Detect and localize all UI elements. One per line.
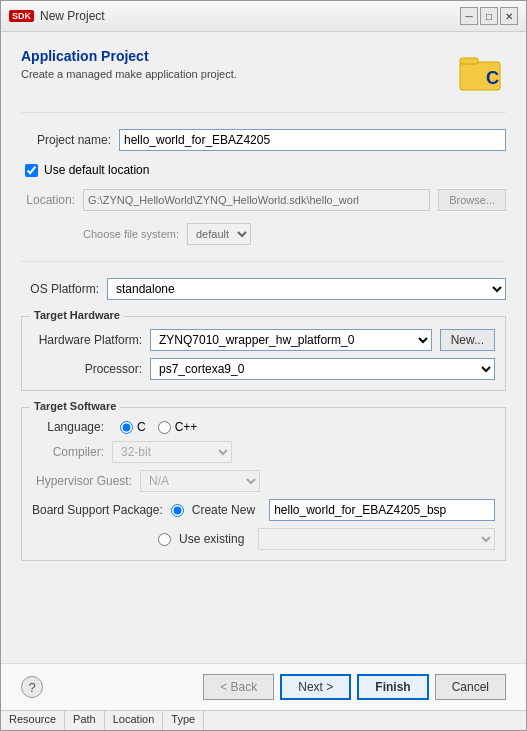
target-hardware-group: Target Hardware Hardware Platform: ZYNQ7…: [21, 316, 506, 391]
sdk-badge: SDK: [9, 10, 34, 22]
bsp-radio-group: [171, 504, 184, 517]
compiler-label: Compiler:: [32, 445, 104, 459]
processor-row: Processor: ps7_cortexa9_0: [32, 358, 495, 380]
hypervisor-row: Hypervisor Guest: N/A: [32, 470, 495, 492]
language-cpp-option[interactable]: C++: [158, 420, 198, 434]
title-bar-left: SDK New Project: [9, 9, 105, 23]
project-name-row: Project name:: [21, 129, 506, 151]
help-button[interactable]: ?: [21, 676, 43, 698]
target-hardware-label: Target Hardware: [30, 309, 124, 321]
language-radio-group: C C++: [120, 420, 197, 434]
separator-1: [21, 112, 506, 113]
cancel-button[interactable]: Cancel: [435, 674, 506, 700]
bsp-row: Board Support Package: Create New: [32, 499, 495, 521]
status-resource: Resource: [1, 711, 65, 730]
compiler-row: Compiler: 32-bit: [32, 441, 495, 463]
filesystem-row: Choose file system: default: [83, 223, 506, 245]
bsp-existing-select: [258, 528, 495, 550]
language-cpp-label: C++: [175, 420, 198, 434]
use-default-location-row: Use default location: [25, 163, 506, 177]
window-title: New Project: [40, 9, 105, 23]
separator-2: [21, 261, 506, 262]
location-row: Location: Browse...: [21, 189, 506, 211]
bsp-create-new-label: Create New: [192, 503, 255, 517]
dialog-subtitle: Create a managed make application projec…: [21, 68, 237, 80]
language-c-label: C: [137, 420, 146, 434]
hypervisor-select: N/A: [140, 470, 260, 492]
nav-buttons: < Back Next > Finish Cancel: [203, 674, 506, 700]
hypervisor-label: Hypervisor Guest:: [32, 474, 132, 488]
finish-button[interactable]: Finish: [357, 674, 428, 700]
header-text: Application Project Create a managed mak…: [21, 48, 237, 80]
bsp-existing-row: Use existing: [158, 528, 495, 550]
bsp-use-existing-label: Use existing: [179, 532, 244, 546]
status-path: Path: [65, 711, 105, 730]
os-platform-select[interactable]: standalone: [107, 278, 506, 300]
back-button[interactable]: < Back: [203, 674, 274, 700]
bsp-create-new-radio[interactable]: [171, 504, 184, 517]
use-default-location-label: Use default location: [44, 163, 149, 177]
hardware-platform-row: Hardware Platform: ZYNQ7010_wrapper_hw_p…: [32, 329, 495, 351]
status-type: Type: [163, 711, 204, 730]
browse-button[interactable]: Browse...: [438, 189, 506, 211]
status-bar: Resource Path Location Type: [1, 710, 526, 730]
target-software-label: Target Software: [30, 400, 120, 412]
bsp-use-existing-radio[interactable]: [158, 533, 171, 546]
language-c-option[interactable]: C: [120, 420, 146, 434]
location-input: [83, 189, 430, 211]
compiler-select: 32-bit: [112, 441, 232, 463]
minimize-button[interactable]: ─: [460, 7, 478, 25]
language-cpp-radio[interactable]: [158, 421, 171, 434]
next-button[interactable]: Next >: [280, 674, 351, 700]
dialog-title: Application Project: [21, 48, 237, 64]
target-hardware-content: Hardware Platform: ZYNQ7010_wrapper_hw_p…: [32, 329, 495, 380]
hardware-platform-select[interactable]: ZYNQ7010_wrapper_hw_platform_0: [150, 329, 432, 351]
target-software-group: Target Software Language: C C++: [21, 407, 506, 561]
processor-select[interactable]: ps7_cortexa9_0: [150, 358, 495, 380]
language-row: Language: C C++: [32, 420, 495, 434]
svg-rect-1: [460, 58, 478, 64]
main-window: SDK New Project ─ □ ✕ Application Projec…: [0, 0, 527, 731]
button-bar: ? < Back Next > Finish Cancel: [1, 663, 526, 710]
bsp-label: Board Support Package:: [32, 503, 163, 517]
language-c-radio[interactable]: [120, 421, 133, 434]
header-section: Application Project Create a managed mak…: [21, 48, 506, 96]
project-name-input[interactable]: [119, 129, 506, 151]
bsp-name-input[interactable]: [269, 499, 495, 521]
processor-label: Processor:: [32, 362, 142, 376]
dialog-content: Application Project Create a managed mak…: [1, 32, 526, 663]
title-bar: SDK New Project ─ □ ✕: [1, 1, 526, 32]
filesystem-select[interactable]: default: [187, 223, 251, 245]
target-software-content: Language: C C++ Compiler:: [32, 420, 495, 550]
filesystem-label: Choose file system:: [83, 228, 179, 240]
os-platform-row: OS Platform: standalone: [21, 278, 506, 300]
hardware-platform-label: Hardware Platform:: [32, 333, 142, 347]
os-platform-label: OS Platform:: [21, 282, 99, 296]
language-label: Language:: [32, 420, 104, 434]
project-name-label: Project name:: [21, 133, 111, 147]
maximize-button[interactable]: □: [480, 7, 498, 25]
header-icon: C: [458, 48, 506, 96]
use-default-location-checkbox[interactable]: [25, 164, 38, 177]
svg-text:C: C: [486, 68, 499, 88]
status-location: Location: [105, 711, 164, 730]
close-button[interactable]: ✕: [500, 7, 518, 25]
new-hardware-button[interactable]: New...: [440, 329, 495, 351]
title-bar-controls: ─ □ ✕: [460, 7, 518, 25]
location-label: Location:: [21, 193, 75, 207]
